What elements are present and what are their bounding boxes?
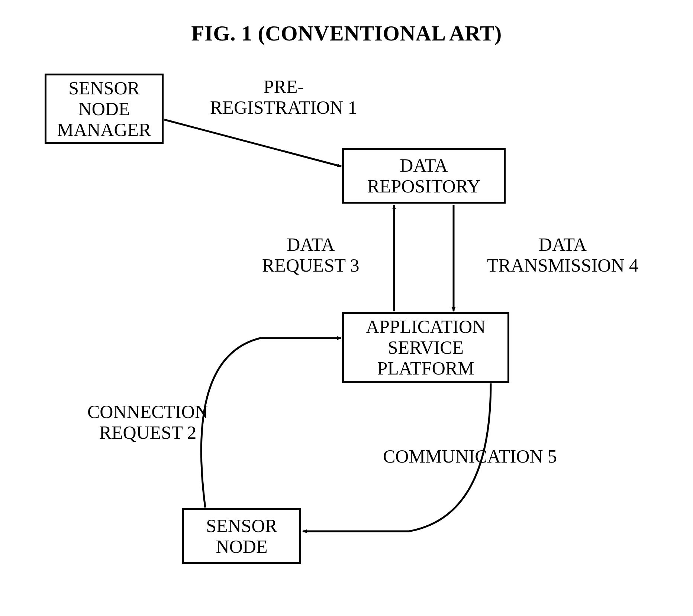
arrow-pre-registration — [164, 120, 341, 166]
label-data-transmission: DATA TRANSMISSION 4 — [487, 234, 638, 276]
label-data-request: DATA REQUEST 3 — [262, 234, 360, 276]
label-connection-request: CONNECTION REQUEST 2 — [87, 401, 208, 443]
label-communication: COMMUNICATION 5 — [383, 446, 557, 467]
label-pre-registration: PRE- REGISTRATION 1 — [210, 76, 357, 118]
arrow-connection-request — [201, 338, 341, 508]
diagram-canvas: FIG. 1 (CONVENTIONAL ART) SENSOR NODE MA… — [0, 0, 693, 616]
